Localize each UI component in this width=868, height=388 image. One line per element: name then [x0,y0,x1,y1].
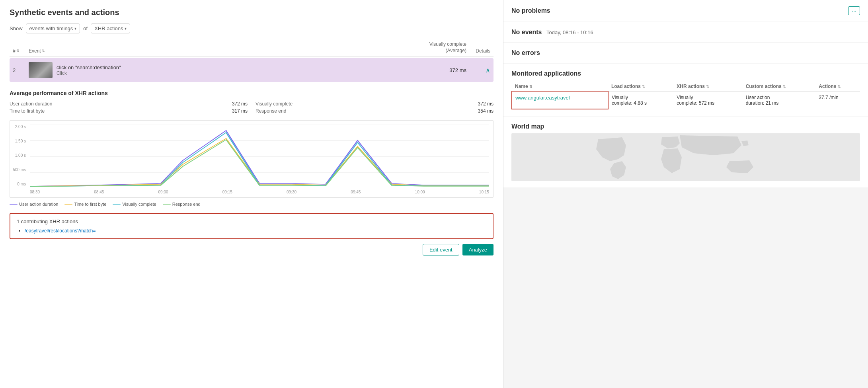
x-label-5: 09:30 [287,190,296,194]
xhr-link[interactable]: /easytravel/rest/locations?match= [25,228,96,234]
perf-section: Average performance of XHR actions User … [10,90,493,207]
legend-color-1 [10,204,18,205]
problems-section: No problems ··· [503,0,868,21]
x-label-4: 09:15 [222,190,232,194]
y-label-5: 0 ms [10,182,28,186]
metric-row-1: User action duration 372 ms [10,101,248,107]
legend-color-2 [64,204,72,205]
legend-label-3: Visually complete [122,202,156,207]
y-label-4: 500 ms [10,168,28,172]
edit-event-button[interactable]: Edit event [423,244,459,255]
app-name-cell: www.angular.easytravel [512,91,608,109]
monitored-title: Monitored applications [511,70,581,77]
chart-x-axis: 08:30 08:45 09:00 09:15 09:30 09:45 10:0… [30,190,489,194]
legend-label-4: Response end [172,202,201,207]
event-text: click on "search:destination" Click [57,64,121,76]
x-label-3: 09:00 [158,190,168,194]
col-visually-complete: Visually complete (Average) [411,41,466,54]
metric-value-1: 372 ms [232,101,248,107]
metric-row-2: Time to first byte 317 ms [10,108,248,114]
actions-dropdown[interactable]: XHR actions ▾ [91,23,130,33]
actions-cell: 37.7 /min [815,91,860,109]
metric-label-2: Time to first byte [10,108,45,114]
y-label-3: 1.00 s [10,153,28,158]
table-header: # ⇅ Event ⇅ Visually complete (Average) … [10,41,493,57]
legend-label-2: Time to first byte [74,202,106,207]
legend-item-3: Visually complete [113,202,156,207]
chart-y-axis: 2.00 s 1.50 s 1.00 s 500 ms 0 ms [10,125,28,186]
app-link[interactable]: www.angular.easytravel [515,95,570,101]
metric-label-1: User action duration [10,101,52,107]
legend-item-2: Time to first byte [64,202,106,207]
right-panel: No problems ··· No events Today, 08:16 -… [503,0,868,388]
problems-title: No problems [511,7,550,14]
y-label-2: 1.50 s [10,139,28,143]
events-title: No events [511,29,542,35]
expand-icon[interactable]: ∧ [466,66,490,74]
legend-color-4 [163,204,171,205]
world-map [511,133,860,181]
events-dropdown[interactable]: events with timings ▾ [26,23,80,33]
x-label-2: 08:45 [94,190,104,194]
dropdown1-arrow-icon: ▾ [74,26,76,31]
col-header-custom: Custom actions ⇅ [743,82,816,91]
worldmap-title: World map [511,123,544,130]
legend-label-1: User action duration [19,202,58,207]
xhr-box-title: 1 contributing XHR actions [17,218,486,224]
metric-row-3: Visually complete 372 ms [256,101,493,107]
event-title: click on "search:destination" [57,64,121,70]
metric-value-2: 317 ms [232,108,248,114]
col-details: Details [466,48,490,54]
events-section: No events Today, 08:16 - 10:16 [503,22,868,42]
x-label-8: 10:15 [479,190,489,194]
metric-label-4: Response end [256,108,286,114]
sort-icon-num: ⇅ [16,49,20,53]
legend-item-4: Response end [163,202,201,207]
col-header-actions: Actions ⇅ [815,82,860,91]
dropdown2-arrow-icon: ▾ [125,26,127,31]
monitored-table: Name ⇅ Load actions ⇅ XHR actions ⇅ Cust… [511,82,860,109]
left-panel: Synthetic events and actions Show events… [0,0,503,388]
metric-row-4: Response end 354 ms [256,108,493,114]
of-label: of [83,25,88,31]
col-header-xhr: XHR actions ⇅ [673,82,742,91]
col-num[interactable]: # ⇅ [13,48,29,54]
table-row[interactable]: 2 click on "search:destination" Click 37… [10,58,493,82]
chart-container: 2.00 s 1.50 s 1.00 s 500 ms 0 ms [10,120,493,198]
chart-svg [30,125,489,188]
action-buttons: Edit event Analyze [10,244,493,255]
x-label-6: 09:45 [351,190,361,194]
event-type: Click [57,70,121,76]
analyze-button[interactable]: Analyze [462,244,493,255]
load-actions-cell: Visually complete: 4.88 s [608,91,673,109]
metric-label-3: Visually complete [256,101,293,107]
chart-area [30,125,489,188]
y-label-1: 2.00 s [10,125,28,129]
event-number: 2 [13,67,29,73]
event-thumbnail [29,62,53,78]
worldmap-section: World map [503,117,868,187]
page-title: Synthetic events and actions [10,8,493,17]
show-label: Show [10,25,23,31]
x-label-1: 08:30 [30,190,40,194]
perf-metrics: User action duration 372 ms Visually com… [10,101,493,114]
col-header-load: Load actions ⇅ [608,82,673,91]
xhr-box: 1 contributing XHR actions /easytravel/r… [10,213,493,239]
chart-legend: User action duration Time to first byte … [10,202,493,207]
col-event[interactable]: Event ⇅ [29,48,411,54]
col-header-name: Name ⇅ [512,82,608,91]
perf-title: Average performance of XHR actions [10,90,493,96]
errors-title: No errors [511,49,540,56]
app-table-row: www.angular.easytravel Visually complete… [512,91,860,109]
custom-actions-cell: User action duration: 21 ms [743,91,816,109]
legend-color-3 [113,204,121,205]
x-label-7: 10:00 [415,190,425,194]
event-content: click on "search:destination" Click [29,62,411,78]
sort-icon-event: ⇅ [42,49,45,53]
metric-value-4: 354 ms [478,108,493,114]
legend-item-1: User action duration [10,202,58,207]
metric-value-3: 372 ms [478,101,493,107]
errors-section: No errors [503,43,868,63]
problems-more-button[interactable]: ··· [848,6,860,15]
monitored-section: Monitored applications Name ⇅ Load actio… [503,64,868,116]
